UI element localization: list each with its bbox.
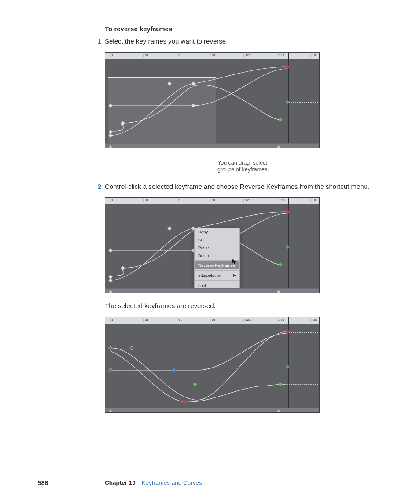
editor-bottom-bar: [105, 143, 319, 148]
curve-extension-dashed: [282, 265, 318, 265]
ctx-cut[interactable]: Cut: [195, 236, 239, 244]
ruler-tick: 61: [177, 198, 182, 202]
ruler-tick: 151: [277, 198, 284, 202]
keyframe-editor-figure-1: 1 31 61 91 121 151 181: [105, 52, 320, 148]
ruler-tick: 31: [143, 318, 149, 322]
ruler-tick: 91: [210, 53, 216, 58]
keyframe-editor-figure-3: 1 31 61 91 121 151 181: [105, 317, 320, 413]
curve-extension-dashed: [288, 213, 318, 213]
ruler-tick: 121: [243, 318, 251, 322]
ruler-tick: 1: [110, 318, 114, 322]
step-text-2: Control-click a selected keyframe and ch…: [105, 182, 389, 191]
ruler-tick: 151: [277, 53, 284, 58]
curve-extension-dashed: [288, 68, 318, 68]
ruler-tick: 181: [310, 53, 318, 58]
ruler-tick: 91: [210, 198, 216, 202]
step-number-2: 2: [75, 182, 105, 191]
curve-extension-dashed: [288, 247, 318, 247]
curve-extension-dashed: [282, 384, 318, 385]
curve-extension-dashed: [288, 367, 318, 367]
editor-bottom-bar: [105, 288, 319, 293]
step-number-1: 1: [75, 37, 105, 46]
curve-extension-dashed: [282, 120, 318, 120]
ruler-tick: 121: [243, 198, 251, 202]
ruler-tick: 31: [143, 198, 149, 202]
ruler-tick: 181: [310, 198, 318, 202]
chapter-label: Chapter 10: [105, 479, 136, 486]
callout-text-line: You can drag–select: [217, 160, 269, 167]
chevron-right-icon: ▶: [233, 274, 236, 277]
result-text: The selected keyframes are reversed.: [105, 301, 389, 311]
cursor-icon: [232, 257, 236, 262]
editor-bottom-bar: [105, 408, 319, 412]
section-heading: To reverse keyframes: [105, 24, 389, 34]
chapter-title: Keyframes and Curves: [142, 479, 202, 486]
ruler-tick: 31: [143, 53, 149, 58]
page-footer: 588 Chapter 10 Keyframes and Curves: [0, 478, 420, 487]
curve-extension-dashed: [288, 332, 318, 333]
ruler-tick: 1: [110, 198, 114, 202]
ruler-tick: 181: [310, 318, 318, 322]
ctx-paste[interactable]: Paste: [195, 244, 239, 252]
keyframe-editor-figure-2: 1 31 61 91 121 151 181: [105, 197, 320, 293]
ruler-tick: 61: [177, 53, 182, 58]
drag-selection-box: [108, 77, 216, 143]
page-number: 588: [0, 478, 76, 487]
ruler-tick: 61: [177, 318, 182, 322]
timeline-ruler: 1 31 61 91 121 151 181: [105, 317, 319, 324]
ctx-copy[interactable]: Copy: [195, 228, 239, 236]
ruler-tick: 1: [110, 53, 114, 58]
ruler-tick: 151: [277, 318, 284, 322]
timeline-ruler: 1 31 61 91 121 151 181: [105, 198, 319, 204]
callout-text-line: groups of keyframes.: [217, 166, 269, 173]
ruler-tick: 121: [243, 53, 251, 58]
curve-extension-dashed: [288, 102, 318, 103]
ruler-tick: 91: [210, 318, 216, 322]
timeline-ruler: 1 31 61 91 121 151 181: [105, 53, 319, 59]
step-text-1: Select the keyframes you want to reverse…: [105, 37, 389, 46]
ctx-interpolation[interactable]: Interpolation▶: [195, 272, 239, 280]
callout: You can drag–select groups of keyframes.: [105, 150, 320, 174]
